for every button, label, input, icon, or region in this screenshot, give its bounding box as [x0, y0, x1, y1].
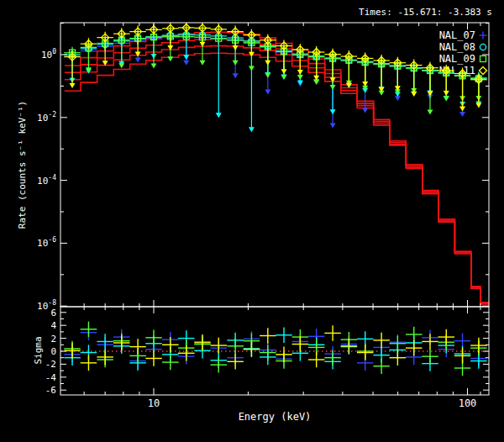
- legend-label: NAL_08: [439, 41, 475, 53]
- sigma-tick-label: -2: [45, 359, 56, 370]
- upper-limit-arrow: [135, 52, 141, 57]
- model-NAL_11: [65, 32, 489, 303]
- upper-limit-arrow: [135, 57, 141, 62]
- diamond-marker: [480, 67, 487, 75]
- upper-limit-arrow: [233, 61, 239, 66]
- x-tick-label: 10: [148, 397, 160, 409]
- model-NAL_09: [65, 46, 489, 304]
- spectral-fit-window: NAL_07NAL_08NAL_09NAL_111010010010-210-4…: [0, 0, 504, 442]
- legend-item-NAL_08: NAL_08: [439, 41, 486, 53]
- upper-limit-arrow: [330, 85, 336, 90]
- upper-limit-arrow: [444, 91, 449, 96]
- upper-limit-arrow: [444, 97, 449, 102]
- upper-limit-arrow: [233, 45, 239, 50]
- model-NAL_07: [65, 53, 489, 304]
- upper-limit-arrow: [200, 61, 206, 66]
- axis-ticks: [60, 23, 489, 395]
- upper-limit-arrow: [249, 66, 255, 71]
- upper-limit-arrow: [249, 127, 255, 132]
- upper-limit-arrow: [183, 55, 189, 60]
- model-NAL_08: [65, 39, 489, 303]
- upper-limit-arrow: [281, 75, 286, 80]
- sigma-tick-label: 4: [50, 320, 56, 331]
- upper-limit-arrow: [297, 70, 303, 75]
- upper-limit-arrow: [167, 56, 173, 61]
- main-panel-frame: [60, 23, 489, 307]
- y-tick-label: 100: [41, 48, 56, 61]
- sigma-series-NAL_09: [64, 322, 486, 376]
- legend-item-NAL_09: NAL_09: [439, 53, 486, 65]
- upper-limit-arrow: [475, 103, 481, 108]
- x-tick-label: 100: [459, 397, 477, 409]
- y-tick-label: 10-6: [37, 236, 56, 249]
- upper-limit-arrow: [281, 69, 286, 74]
- upper-limit-arrow: [362, 108, 368, 113]
- square-marker: [480, 56, 486, 62]
- upper-limit-arrow: [459, 106, 465, 111]
- upper-limit-arrow: [183, 61, 189, 66]
- upper-limit-arrow: [70, 83, 76, 88]
- plot-canvas: NAL_07NAL_08NAL_09NAL_111010010010-210-4…: [0, 0, 504, 442]
- y-tick-label: 10-4: [37, 174, 56, 187]
- circle-marker: [480, 44, 486, 50]
- legend-label: NAL_07: [439, 29, 475, 41]
- sigma-tick-label: 6: [50, 308, 56, 318]
- sigma-tick-label: 0: [50, 346, 56, 357]
- upper-limit-arrow: [330, 109, 336, 114]
- upper-limit-arrow: [265, 89, 270, 94]
- sigma-tick-label: -4: [45, 372, 57, 383]
- sigma-tick-label: 2: [50, 334, 56, 345]
- legend-item-NAL_07: NAL_07: [439, 29, 487, 41]
- upper-limit-arrow: [313, 80, 319, 85]
- upper-limit-arrow: [427, 109, 433, 114]
- panel-frames: [60, 23, 489, 395]
- legend-label: NAL_09: [439, 53, 475, 65]
- tick-labels: 1010010010-210-410-610-86420-2-4-6: [37, 48, 476, 409]
- upper-limit-arrow: [216, 113, 222, 118]
- model-curves: [65, 32, 489, 304]
- series-NAL_11: [64, 22, 486, 111]
- sigma-series-NAL_08: [64, 328, 486, 371]
- upper-limit-arrow: [233, 73, 239, 78]
- sigma-tick-label: -6: [45, 385, 56, 396]
- y-tick-label: 10-2: [37, 111, 56, 124]
- upper-limit-arrow: [265, 61, 270, 66]
- upper-limit-arrow: [297, 75, 303, 80]
- upper-limit-arrow: [118, 63, 124, 68]
- upper-limit-arrow: [330, 124, 336, 129]
- upper-limit-arrow: [459, 112, 465, 117]
- upper-limit-arrow: [151, 64, 157, 69]
- upper-limit-arrow: [411, 92, 417, 97]
- upper-limit-arrow: [265, 73, 270, 78]
